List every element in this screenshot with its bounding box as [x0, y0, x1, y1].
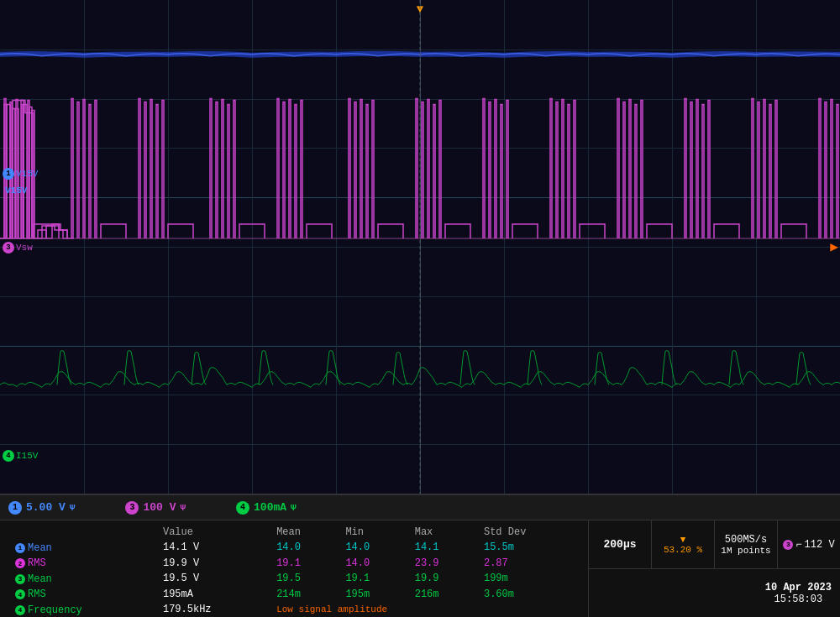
stat-label-ch3-mean: 3 Mean [8, 571, 156, 587]
datetime-row: 10 Apr 2023 15:58:03 [589, 569, 840, 617]
stat-val-ch2-rms-value: 19.9 V [156, 556, 270, 572]
ch1-indicator: 1 V15V [3, 168, 38, 180]
ch4-circle: 4 [3, 450, 14, 462]
ch3-scale-circle: 3 [125, 501, 139, 515]
stat-circle-2: 2 [15, 558, 25, 568]
stat-val-ch4-rms-max: 216m [408, 587, 477, 603]
ch3-circle: 3 [3, 242, 14, 254]
stat-circle-4a: 4 [15, 589, 25, 599]
ch1-scale: 1 5.00 V Ψ [8, 501, 75, 515]
date-time-block: 10 Apr 2023 15:58:03 [765, 582, 832, 605]
waveform-svg [0, 0, 840, 494]
stats-table: Value Mean Min Max Std Dev 1 [0, 520, 588, 617]
stat-row-ch2-rms: 2 RMS 19.9 V 19.1 14.0 23.9 2.87 [8, 556, 580, 572]
stat-val-ch1-mean-stddev: 15.5m [477, 540, 580, 556]
stat-val-ch3-mean-stddev: 199m [477, 571, 580, 587]
stat-val-ch4-rms-mean: 214m [270, 587, 339, 603]
stat-label-ch1-mean: 1 Mean [8, 540, 156, 556]
stats-area: Value Mean Min Max Std Dev 1 [0, 520, 840, 617]
channel-bar: 1 5.00 V Ψ 3 100 V Ψ 4 100mA Ψ [0, 495, 840, 520]
col-header-stddev: Std Dev [477, 525, 580, 540]
stat-val-ch4-rms-value: 195mA [156, 587, 270, 603]
stat-val-ch2-rms-stddev: 2.87 [477, 556, 580, 572]
ch3-scale: 3 100 V Ψ [125, 501, 186, 515]
stat-row-ch4-rms: 4 RMS 195mA 214m 195m 216m 3.60m [8, 587, 580, 603]
stat-val-ch2-rms-min: 14.0 [339, 556, 407, 572]
ch4-indicator: 4 I15V [3, 450, 38, 462]
ch4-scale-circle: 4 [236, 501, 249, 515]
stat-label-ch4-rms: 4 RMS [8, 587, 156, 603]
datetime-display: 10 Apr 2023 15:58:03 [589, 569, 840, 617]
stat-val-ch3-mean-mean: 19.5 [270, 571, 339, 587]
stat-val-ch4-rms-stddev: 3.60m [477, 587, 580, 603]
waveform-area: ▼ ▶ [0, 0, 840, 495]
stat-row-ch1-mean: 1 Mean 14.1 V 14.0 14.0 14.1 15.5m [8, 540, 580, 556]
col-header-value: Value [156, 525, 270, 540]
stat-val-ch3-mean-value: 19.5 V [156, 571, 270, 587]
sample-rate-cell: 500MS/s 1M points [715, 520, 778, 568]
ch1-label: V15V [3, 185, 29, 196]
ch3-settings-circle: 3 [783, 540, 793, 550]
stat-circle-4b: 4 [15, 605, 25, 615]
stat-circle-3a: 3 [15, 574, 25, 584]
ch3-settings-cell: 3 ⌐ 112 V [778, 520, 840, 568]
stat-val-ch1-mean-mean: 14.0 [270, 540, 339, 556]
col-header-mean: Mean [270, 525, 339, 540]
stat-val-ch4-rms-min: 195m [339, 587, 407, 603]
col-header-max: Max [408, 525, 477, 540]
stat-circle-1: 1 [15, 543, 25, 553]
stat-val-ch2-rms-max: 23.9 [408, 556, 477, 572]
stat-label-ch4-freq: 4 Frequency [8, 602, 156, 617]
ch4-scale: 4 100mA Ψ [236, 501, 297, 515]
stat-val-ch1-mean-max: 14.1 [408, 540, 477, 556]
stat-val-ch4-freq-value: 179.5kHz [156, 602, 270, 617]
stat-row-ch4-freq: 4 Frequency 179.5kHz Low signal amplitud… [8, 602, 580, 617]
stat-val-ch4-freq-note: Low signal amplitude [270, 602, 580, 617]
settings-row-1: 200µs ▼ 53.20 % 500MS/s 1M points [589, 520, 840, 569]
ch1-scale-circle: 1 [8, 501, 22, 515]
right-panel: 200µs ▼ 53.20 % 500MS/s 1M points [588, 520, 840, 617]
trigger-cell: ▼ 53.20 % [652, 520, 715, 568]
info-bar: 1 5.00 V Ψ 3 100 V Ψ 4 100mA Ψ [0, 495, 840, 617]
ch3-indicator: 3 Vsw [3, 242, 33, 254]
measurements-table: Value Mean Min Max Std Dev 1 [8, 525, 580, 617]
oscilloscope-display: ▼ ▶ [0, 0, 840, 617]
stat-val-ch3-mean-max: 19.9 [408, 571, 477, 587]
stat-val-ch2-rms-mean: 19.1 [270, 556, 339, 572]
col-header-min: Min [339, 525, 407, 540]
stat-label-ch2-rms: 2 RMS [8, 556, 156, 572]
timebase-cell: 200µs [589, 520, 652, 568]
stat-val-ch1-mean-min: 14.0 [339, 540, 407, 556]
ch1-circle: 1 [3, 168, 14, 180]
stat-row-ch3-mean: 3 Mean 19.5 V 19.5 19.1 19.9 199m [8, 571, 580, 587]
stat-val-ch3-mean-min: 19.1 [339, 571, 407, 587]
stat-val-ch1-mean-value: 14.1 V [156, 540, 270, 556]
col-header-label [8, 525, 156, 540]
